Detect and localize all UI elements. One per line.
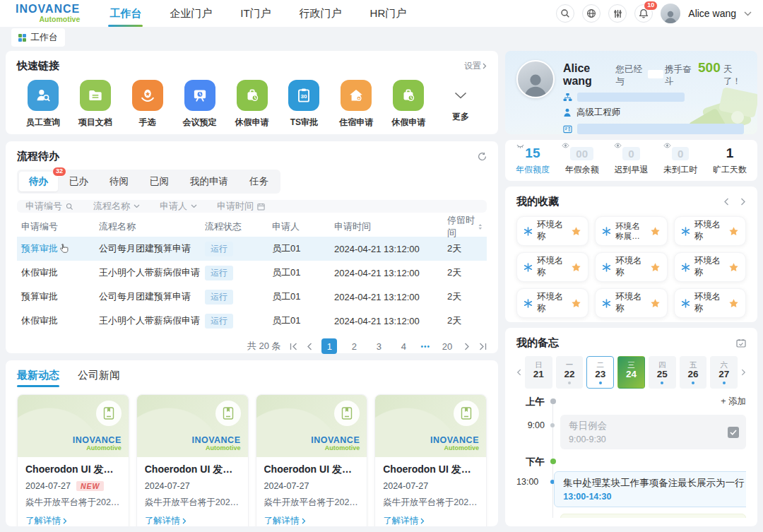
todo-tab-tasks[interactable]: 任务 xyxy=(239,172,278,191)
news-card[interactable]: INOVANCE Automotive Choerodon UI 发布1.5.4… xyxy=(17,394,129,526)
week-next-icon[interactable] xyxy=(741,369,746,376)
apps-sliders-icon[interactable] xyxy=(608,4,627,23)
todo-tab-done[interactable]: 已办 xyxy=(59,172,98,191)
todo-tab-toread[interactable]: 待阅 xyxy=(100,172,138,191)
news-detail-link[interactable]: 了解详情 xyxy=(264,515,360,526)
language-globe-icon[interactable] xyxy=(582,4,601,23)
news-card[interactable]: INOVANCE Automotive Choerodon UI 发布1.5.4… xyxy=(136,394,249,526)
todo-tab-my-requests[interactable]: 我的申请 xyxy=(180,172,238,191)
memo-event-card-done[interactable]: 每日例会 9:00-9:30 xyxy=(560,415,746,449)
filter-apply-time[interactable]: 申请时间 xyxy=(217,200,265,213)
last-page-icon[interactable] xyxy=(479,343,487,350)
star-icon[interactable] xyxy=(571,298,581,309)
notifications-bell-icon[interactable]: 10 xyxy=(634,4,653,23)
eye-icon[interactable] xyxy=(663,143,671,148)
favorite-item[interactable]: 环境名称 xyxy=(516,252,588,282)
star-icon[interactable] xyxy=(650,298,661,309)
star-icon[interactable] xyxy=(571,226,581,237)
star-icon[interactable] xyxy=(650,262,661,273)
star-icon[interactable] xyxy=(728,262,739,273)
favorite-item[interactable]: 环境名称 xyxy=(674,252,746,282)
favorite-item[interactable]: 环境名称 xyxy=(516,288,588,318)
filter-applicant[interactable]: 申请人 xyxy=(160,200,197,213)
favorite-item[interactable]: 环境名称 xyxy=(516,216,588,246)
star-icon[interactable] xyxy=(571,262,581,273)
todo-tab-pending[interactable]: 待办 32 xyxy=(19,172,58,191)
page-ellipsis[interactable]: ••• xyxy=(420,343,430,350)
favorite-item[interactable]: 环境名称 xyxy=(595,252,667,282)
day-cell-sun[interactable]: 日 21 xyxy=(525,356,552,389)
day-cell-wed-today[interactable]: 三 24 xyxy=(617,356,645,389)
page-2[interactable]: 2 xyxy=(346,338,362,354)
quick-links-more-button[interactable]: 更多 xyxy=(434,80,487,129)
star-icon[interactable] xyxy=(728,298,739,309)
filter-request-no[interactable]: 申请编号 xyxy=(25,200,73,213)
chevron-down-icon[interactable] xyxy=(744,11,752,16)
table-row[interactable]: 预算审批 公司每月团建预算申请 运行 员工01 2024-04-21 13:12… xyxy=(17,285,487,309)
breadcrumb[interactable]: 工作台 xyxy=(11,28,65,47)
todo-tab-read[interactable]: 已阅 xyxy=(140,172,179,191)
user-name[interactable]: Alice wang xyxy=(688,8,736,19)
prev-page-icon[interactable] xyxy=(307,343,312,350)
news-card[interactable]: INOVANCE Automotive Choerodon UI 发布1.5.4… xyxy=(374,394,487,526)
page-1[interactable]: 1 xyxy=(321,338,337,354)
nav-tab-hr-portal[interactable]: HR门户 xyxy=(370,0,407,27)
user-avatar[interactable] xyxy=(661,4,680,23)
week-prev-icon[interactable] xyxy=(516,369,521,376)
prev-arrow-icon[interactable] xyxy=(723,198,729,206)
day-cell-fri[interactable]: 五 26 xyxy=(680,356,707,389)
page-3[interactable]: 3 xyxy=(371,338,386,354)
news-detail-link[interactable]: 了解详情 xyxy=(383,515,478,526)
news-detail-link[interactable]: 了解详情 xyxy=(25,515,121,526)
news-tab-latest[interactable]: 最新动态 xyxy=(17,369,59,387)
eye-off-icon[interactable] xyxy=(516,143,524,149)
day-date: 21 xyxy=(533,369,544,381)
eye-icon[interactable] xyxy=(562,143,569,148)
day-cell-sat[interactable]: 六 27 xyxy=(710,356,738,389)
checkbox-checked[interactable] xyxy=(728,427,739,438)
day-cell-mon[interactable]: 一 22 xyxy=(556,356,584,389)
page-4[interactable]: 4 xyxy=(396,338,411,354)
quick-link-leave-request-2[interactable]: 休假申请 xyxy=(382,80,434,129)
day-cell-thu[interactable]: 四 25 xyxy=(649,356,676,389)
quick-link-employee-search[interactable]: 员工查询 xyxy=(17,80,69,129)
quick-link-project-docs[interactable]: 项目文档 xyxy=(69,80,122,129)
star-icon[interactable] xyxy=(728,226,739,237)
table-row[interactable]: 预算审批 公司每月团建预算申请 运行 员工01 2024-04-21 13:12… xyxy=(17,237,487,261)
profile-avatar[interactable] xyxy=(516,60,555,98)
filter-flow-name[interactable]: 流程名称 xyxy=(93,200,140,213)
calendar-icon[interactable] xyxy=(736,338,746,348)
next-arrow-icon[interactable] xyxy=(740,198,746,206)
memo-event-card[interactable]: 集中处理某块工作事项 15:00-16:30 xyxy=(560,514,746,518)
day-cell-tue-selected[interactable]: 二 23 xyxy=(586,356,614,389)
favorite-item[interactable]: 环境名称 xyxy=(674,288,746,318)
favorite-item[interactable]: 环境名称 xyxy=(674,216,746,246)
request-no-link[interactable]: 预算审批 xyxy=(21,242,99,255)
table-row[interactable]: 休假审批 王小明个人带薪病假申请 运行 员工01 2024-04-21 13:1… xyxy=(17,309,487,333)
col-header-sortable[interactable]: 停留时间 xyxy=(447,214,483,240)
nav-tab-admin-portal[interactable]: 行政门户 xyxy=(300,0,342,27)
favorite-item[interactable]: 环境名称 xyxy=(595,288,667,318)
favorite-item[interactable]: 环境名称展示最长字段十... xyxy=(595,216,667,246)
news-card[interactable]: INOVANCE Automotive Choerodon UI 发布1.5.4… xyxy=(256,394,368,526)
quick-link-meeting-booking[interactable]: 会议预定 xyxy=(174,80,226,129)
refresh-icon[interactable] xyxy=(478,152,487,161)
news-detail-link[interactable]: 了解详情 xyxy=(145,515,240,526)
table-row[interactable]: 休假审批 王小明个人带薪病假申请 运行 员工01 2024-04-21 13:1… xyxy=(17,261,487,285)
memo-event-card[interactable]: 集中处理某块工作事项备注最长展示为一行，超长... 13:00-14:30 xyxy=(554,471,746,507)
quick-links-settings-button[interactable]: 设置 xyxy=(464,60,487,72)
nav-tab-workbench[interactable]: 工作台 xyxy=(110,0,141,27)
page-last[interactable]: 20 xyxy=(439,338,455,354)
star-icon[interactable] xyxy=(650,226,661,237)
news-tab-company[interactable]: 公司新闻 xyxy=(78,369,120,387)
quick-link-ts-approval[interactable]: 30 TS审批 xyxy=(278,80,330,129)
quick-link-hand-pick[interactable]: 手选 xyxy=(122,80,174,129)
eye-icon[interactable] xyxy=(614,143,622,148)
first-page-icon[interactable] xyxy=(290,343,297,350)
quick-link-leave-request[interactable]: 休假申请 xyxy=(226,80,278,129)
search-icon[interactable] xyxy=(556,4,574,23)
quick-link-accommodation[interactable]: 住宿申请 xyxy=(330,80,382,129)
nav-tab-it-portal[interactable]: IT门户 xyxy=(240,0,271,27)
next-page-icon[interactable] xyxy=(464,343,470,350)
nav-tab-enterprise-portal[interactable]: 企业门户 xyxy=(170,0,212,27)
